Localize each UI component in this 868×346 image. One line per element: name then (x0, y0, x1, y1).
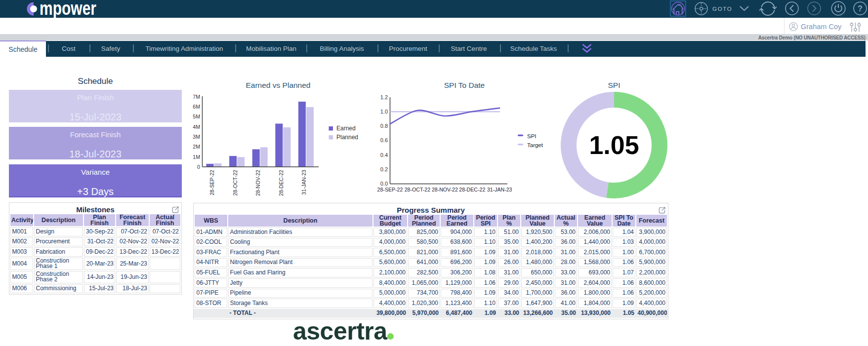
svg-text:SPI: SPI (608, 81, 620, 89)
svg-text:1.05: 1.05 (589, 131, 639, 159)
svg-text:0.8: 0.8 (380, 123, 388, 129)
svg-text:31-JAN-23: 31-JAN-23 (487, 187, 512, 192)
svg-text:SPI To Date: SPI To Date (444, 81, 485, 89)
svg-text:Planned: Planned (336, 134, 358, 141)
svg-text:0: 0 (197, 164, 200, 170)
svg-text:28-OCT-22: 28-OCT-22 (232, 170, 238, 196)
svg-text:31-JAN-23: 31-JAN-23 (301, 170, 307, 195)
svg-text:1M: 1M (193, 154, 200, 160)
svg-text:2M: 2M (193, 144, 200, 150)
svg-text:1.0: 1.0 (380, 109, 388, 115)
svg-text:28-NOV-22: 28-NOV-22 (432, 187, 458, 192)
svg-text:28-DEC-22: 28-DEC-22 (459, 187, 485, 192)
svg-text:0.2: 0.2 (380, 166, 388, 172)
svg-text:1.2: 1.2 (380, 94, 388, 100)
svg-text:28-DEC-22: 28-DEC-22 (278, 170, 284, 196)
svg-text:28-SEP-22: 28-SEP-22 (377, 187, 403, 192)
svg-text:5M: 5M (193, 114, 200, 119)
svg-text:Earned vs Planned: Earned vs Planned (246, 81, 311, 89)
svg-text:Target: Target (527, 142, 543, 148)
svg-text:0.0: 0.0 (380, 181, 388, 187)
svg-text:4M: 4M (193, 124, 200, 130)
svg-text:0.6: 0.6 (380, 137, 388, 143)
svg-text:mpower: mpower (40, 0, 96, 18)
svg-text:?: ? (858, 4, 863, 13)
svg-text:0.4: 0.4 (380, 152, 388, 158)
svg-text:3M: 3M (193, 134, 200, 140)
svg-text:28-OCT-22: 28-OCT-22 (405, 187, 431, 192)
svg-text:6M: 6M (193, 104, 200, 110)
svg-text:28-SEP-22: 28-SEP-22 (209, 170, 215, 195)
svg-text:7M: 7M (193, 94, 200, 100)
svg-text:SPI: SPI (527, 133, 537, 139)
svg-text:Earned: Earned (336, 125, 356, 132)
svg-text:28-NOV-22: 28-NOV-22 (255, 170, 261, 196)
